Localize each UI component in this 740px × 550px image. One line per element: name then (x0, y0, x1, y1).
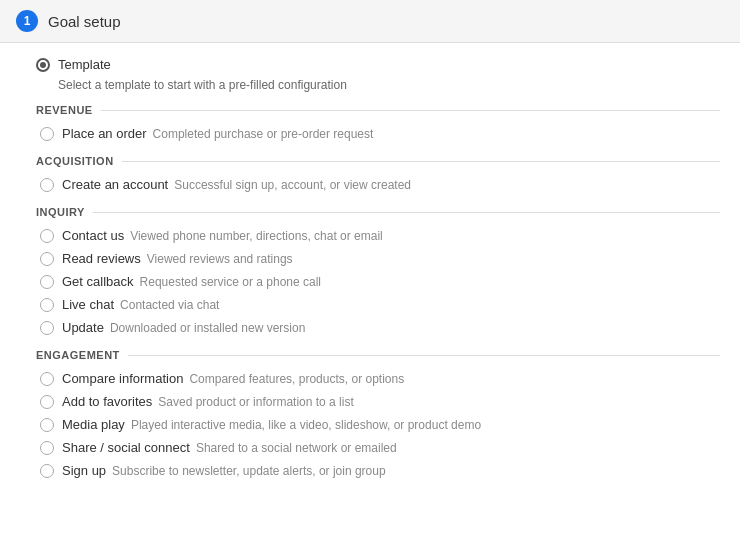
option-name: Share / social connect (62, 440, 190, 455)
option-desc: Played interactive media, like a video, … (131, 418, 481, 432)
option-row[interactable]: Create an accountSuccessful sign up, acc… (40, 173, 720, 196)
section-label-engagement: ENGAGEMENT (36, 349, 720, 361)
option-radio[interactable] (40, 464, 54, 478)
option-name: Contact us (62, 228, 124, 243)
option-row[interactable]: Media playPlayed interactive media, like… (40, 413, 720, 436)
option-radio[interactable] (40, 127, 54, 141)
option-name: Create an account (62, 177, 168, 192)
option-row[interactable]: Read reviewsViewed reviews and ratings (40, 247, 720, 270)
option-desc: Saved product or information to a list (158, 395, 353, 409)
sections-container: REVENUEPlace an orderCompleted purchase … (36, 104, 720, 482)
step-badge: 1 (16, 10, 38, 32)
option-desc: Shared to a social network or emailed (196, 441, 397, 455)
option-row[interactable]: Compare informationCompared features, pr… (40, 367, 720, 390)
page-title: Goal setup (48, 13, 121, 30)
section-label-revenue: REVENUE (36, 104, 720, 116)
option-name: Read reviews (62, 251, 141, 266)
option-name: Add to favorites (62, 394, 152, 409)
template-label: Template (58, 57, 111, 72)
step-number: 1 (24, 14, 31, 28)
option-row[interactable]: Add to favoritesSaved product or informa… (40, 390, 720, 413)
option-desc: Viewed phone number, directions, chat or… (130, 229, 383, 243)
section-acquisition: ACQUISITIONCreate an accountSuccessful s… (36, 155, 720, 196)
main-content: Template Select a template to start with… (0, 43, 740, 500)
option-row[interactable]: Share / social connectShared to a social… (40, 436, 720, 459)
option-name: Media play (62, 417, 125, 432)
option-desc: Contacted via chat (120, 298, 219, 312)
option-name: Get callback (62, 274, 134, 289)
option-desc: Viewed reviews and ratings (147, 252, 293, 266)
option-radio[interactable] (40, 178, 54, 192)
section-label-inquiry: INQUIRY (36, 206, 720, 218)
section-inquiry: INQUIRYContact usViewed phone number, di… (36, 206, 720, 339)
header-bar: 1 Goal setup (0, 0, 740, 43)
option-desc: Compared features, products, or options (189, 372, 404, 386)
option-name: Sign up (62, 463, 106, 478)
option-radio[interactable] (40, 441, 54, 455)
template-subtitle: Select a template to start with a pre-fi… (58, 78, 720, 92)
option-name: Live chat (62, 297, 114, 312)
option-name: Place an order (62, 126, 147, 141)
option-radio[interactable] (40, 395, 54, 409)
section-engagement: ENGAGEMENTCompare informationCompared fe… (36, 349, 720, 482)
option-radio[interactable] (40, 275, 54, 289)
option-row[interactable]: UpdateDownloaded or installed new versio… (40, 316, 720, 339)
option-desc: Requested service or a phone call (140, 275, 321, 289)
option-radio[interactable] (40, 418, 54, 432)
option-name: Update (62, 320, 104, 335)
option-radio[interactable] (40, 372, 54, 386)
page-container: 1 Goal setup Template Select a template … (0, 0, 740, 500)
option-radio[interactable] (40, 298, 54, 312)
template-row[interactable]: Template (36, 57, 720, 72)
option-radio[interactable] (40, 252, 54, 266)
template-radio[interactable] (36, 58, 50, 72)
option-row[interactable]: Contact usViewed phone number, direction… (40, 224, 720, 247)
option-desc: Downloaded or installed new version (110, 321, 305, 335)
option-row[interactable]: Get callbackRequested service or a phone… (40, 270, 720, 293)
option-desc: Completed purchase or pre-order request (153, 127, 374, 141)
option-desc: Successful sign up, account, or view cre… (174, 178, 411, 192)
option-row[interactable]: Place an orderCompleted purchase or pre-… (40, 122, 720, 145)
section-revenue: REVENUEPlace an orderCompleted purchase … (36, 104, 720, 145)
option-radio[interactable] (40, 229, 54, 243)
option-desc: Subscribe to newsletter, update alerts, … (112, 464, 386, 478)
option-row[interactable]: Live chatContacted via chat (40, 293, 720, 316)
option-row[interactable]: Sign upSubscribe to newsletter, update a… (40, 459, 720, 482)
option-radio[interactable] (40, 321, 54, 335)
option-name: Compare information (62, 371, 183, 386)
section-label-acquisition: ACQUISITION (36, 155, 720, 167)
